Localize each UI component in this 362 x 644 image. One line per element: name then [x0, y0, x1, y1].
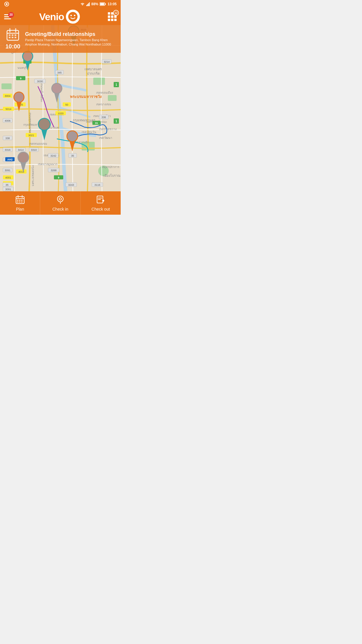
svg-rect-139: [9, 34, 10, 36]
svg-text:AH2: AH2: [7, 158, 13, 161]
svg-rect-5: [89, 2, 90, 6]
logo-text: Venio: [39, 11, 64, 22]
svg-text:1020: 1020: [58, 112, 64, 115]
checkout-label: Check out: [92, 207, 110, 211]
checkin-location-icon: [56, 195, 65, 206]
checkin-label: Check in: [52, 207, 68, 211]
svg-text:3414: 3414: [18, 148, 24, 151]
checkout-icon: [96, 195, 105, 206]
svg-text:4001: 4001: [5, 176, 11, 179]
svg-rect-17: [108, 95, 117, 101]
plan-calendar-icon: [15, 195, 25, 206]
smiley-icon: [68, 11, 78, 22]
grid-badge: 12: [113, 10, 119, 16]
svg-text:3268: 3268: [51, 169, 57, 172]
svg-text:3310: 3310: [31, 148, 37, 151]
svg-text:เขตปทุมวัน: เขตปทุมวัน: [82, 130, 96, 134]
time-text: 13:05: [108, 2, 117, 6]
menu-badge: 20: [8, 12, 14, 18]
event-info: Greeting/Build relationships Pantip Plaz…: [25, 31, 111, 47]
svg-point-9: [68, 12, 78, 21]
battery-icon: [100, 2, 106, 6]
svg-text:เขตหนองแขม: เขตหนองแขม: [29, 142, 47, 145]
plan-tab[interactable]: Plan: [0, 191, 40, 215]
svg-rect-7: [105, 4, 106, 5]
svg-text:ปากเกร็ด: ปากเกร็ด: [87, 71, 100, 75]
svg-point-130: [39, 119, 50, 130]
status-bar: 88% 13:05: [0, 0, 121, 8]
status-indicator: [4, 1, 9, 7]
calendar-icon: [6, 28, 19, 43]
svg-rect-144: [15, 37, 16, 38]
svg-point-10: [70, 15, 72, 16]
svg-text:3030: 3030: [37, 80, 43, 83]
svg-text:3091: 3091: [5, 188, 11, 191]
svg-text:นนทบุรี: นนทบุรี: [17, 66, 27, 70]
svg-text:กรุงเทพมหานคร: กรุงเทพมหานคร: [73, 118, 95, 122]
svg-rect-13: [93, 78, 105, 85]
svg-rect-14: [1, 83, 12, 89]
bottom-nav: Plan Check in Check out: [0, 191, 121, 215]
svg-text:เมืองโบราณ: เมืองโบราณ: [103, 174, 120, 177]
svg-rect-142: [9, 37, 10, 38]
svg-text:เขตบางรัก: เขตบางรัก: [76, 141, 89, 144]
svg-text:3021: 3021: [28, 134, 34, 137]
svg-rect-151: [21, 200, 22, 201]
svg-text:เทศบาลนคร: เทศบาลนคร: [85, 67, 102, 71]
svg-text:1: 1: [115, 120, 117, 123]
svg-text:345: 345: [57, 71, 61, 74]
svg-text:3214: 3214: [104, 60, 110, 63]
svg-point-11: [74, 15, 75, 16]
svg-text:3316: 3316: [5, 148, 10, 151]
svg-point-155: [57, 196, 63, 202]
event-title: Greeting/Build relationships: [25, 31, 111, 37]
svg-rect-154: [21, 202, 22, 202]
svg-rect-2: [86, 5, 87, 6]
header: 20 Venio 12: [0, 8, 121, 25]
svg-rect-143: [12, 37, 13, 38]
svg-point-1: [6, 3, 8, 5]
checkout-tab[interactable]: Check out: [80, 191, 121, 215]
svg-text:กรุงเทพมหานคร: กรุงเทพมหานคร: [31, 165, 35, 186]
svg-rect-153: [19, 202, 20, 202]
svg-text:35: 35: [6, 183, 8, 186]
menu-button-container[interactable]: 20: [4, 14, 11, 19]
svg-text:5014: 5014: [6, 108, 11, 111]
svg-point-126: [14, 92, 24, 102]
svg-rect-8: [100, 3, 104, 5]
svg-text:เขตบางเขน: เขตบางเขน: [96, 103, 111, 106]
svg-text:4006: 4006: [5, 119, 10, 122]
grid-menu-button[interactable]: 12: [108, 12, 117, 21]
svg-text:3116: 3116: [94, 183, 100, 186]
record-icon: [4, 1, 9, 7]
logo: Venio: [39, 10, 80, 24]
svg-rect-4: [88, 3, 89, 6]
battery-text: 88%: [91, 2, 98, 6]
event-address: Pantip Plaza Thanon Ngamwongwan, Tambon …: [25, 38, 111, 47]
svg-point-128: [52, 84, 61, 93]
svg-text:เขตห้วยขวาง: เขตห้วยขวาง: [99, 127, 117, 131]
checkin-tab[interactable]: Check in: [40, 191, 80, 215]
svg-rect-150: [19, 200, 20, 201]
svg-text:สมุทรปราการ: สมุทรปราการ: [102, 165, 120, 169]
svg-text:ถนนแจ้งวัฒนะ: ถนนแจ้งวัฒนะ: [40, 83, 43, 102]
svg-point-132: [67, 131, 77, 141]
svg-point-124: [23, 52, 32, 61]
svg-text:336: 336: [101, 116, 106, 119]
svg-text:50: 50: [65, 103, 68, 106]
plan-label: Plan: [16, 207, 24, 211]
svg-text:3091: 3091: [5, 169, 10, 172]
svg-text:9: 9: [58, 176, 59, 179]
svg-text:1: 1: [115, 83, 117, 86]
svg-rect-149: [17, 200, 18, 201]
svg-rect-152: [17, 202, 18, 202]
svg-text:3004: 3004: [5, 94, 10, 97]
svg-text:พระบรมมหาราชวัง: พระบรมมหาราชวัง: [70, 94, 101, 99]
svg-text:เขตวัฒนา: เขตวัฒนา: [99, 136, 112, 139]
svg-text:9: 9: [20, 77, 21, 80]
svg-text:ถนนพุทธมณฑล: ถนนพุทธมณฑล: [28, 113, 32, 133]
svg-text:338: 338: [5, 137, 10, 140]
logo-face-icon: [66, 10, 80, 24]
svg-text:31: 31: [95, 122, 98, 125]
svg-text:3243: 3243: [68, 183, 74, 186]
